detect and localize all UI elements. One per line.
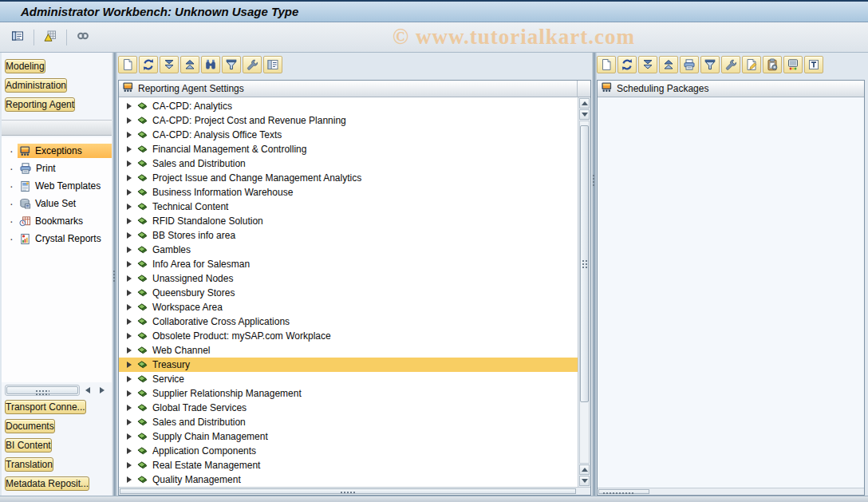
wrench-button[interactable] <box>243 56 262 73</box>
refresh-button[interactable] <box>617 56 637 73</box>
tree-item-technical-content[interactable]: Technical Content <box>119 200 578 214</box>
tree-item-global-trade-services[interactable]: Global Trade Services <box>119 401 578 415</box>
expand-arrow-icon[interactable] <box>127 462 132 468</box>
tree-item-application-components[interactable]: Application Components <box>119 444 578 458</box>
create-button[interactable] <box>118 56 137 73</box>
expand-arrow-icon[interactable] <box>127 261 132 267</box>
double-chevron-up-button[interactable] <box>180 56 199 73</box>
double-chevron-down-button[interactable] <box>160 56 179 73</box>
monitor-status-button[interactable] <box>783 56 803 73</box>
panel-splitter[interactable] <box>591 53 597 496</box>
sidebar-item-exceptions[interactable]: ·Exceptions <box>2 142 112 160</box>
scrollbar-track[interactable] <box>579 121 590 464</box>
tree-item-bb-stores-info-area[interactable]: BB Stores info area <box>119 228 578 243</box>
expand-arrow-icon[interactable] <box>127 476 132 483</box>
create-button[interactable] <box>597 56 616 73</box>
scrollbar-track[interactable] <box>5 385 80 396</box>
double-chevron-down-button[interactable] <box>638 56 657 73</box>
tree-item-unassigned-nodes[interactable]: Unassigned Nodes <box>119 271 578 286</box>
scrollbar-thumb[interactable] <box>598 489 649 494</box>
expand-arrow-icon[interactable] <box>127 189 132 196</box>
tree-item-supplier-relationship-management[interactable]: Supplier Relationship Management <box>119 386 578 401</box>
expand-arrow-icon[interactable] <box>127 362 132 368</box>
sidebar-horizontal-scrollbar[interactable] <box>5 384 108 397</box>
expand-arrow-icon[interactable] <box>127 204 132 210</box>
tree-vertical-scrollbar[interactable] <box>578 97 590 487</box>
nav-button-translation[interactable]: Translation <box>5 457 53 472</box>
expand-arrow-icon[interactable] <box>127 333 132 339</box>
tree-item-queensbury-stores[interactable]: Queensbury Stores <box>119 286 578 300</box>
binoculars-button[interactable] <box>201 56 220 73</box>
tree-item-ca-cpd-analytics[interactable]: CA-CPD: Analytics <box>119 99 578 113</box>
expand-arrow-icon[interactable] <box>127 232 132 239</box>
sidebar-item-web-templates[interactable]: ·Web Templates <box>2 177 112 195</box>
expand-arrow-icon[interactable] <box>127 390 132 397</box>
variant-button[interactable] <box>804 56 823 73</box>
expand-arrow-icon[interactable] <box>127 419 132 425</box>
tree-item-collaborative-cross-applications[interactable]: Collaborative Cross Applications <box>119 314 578 329</box>
scrollbar-thumb[interactable] <box>6 386 78 394</box>
tree-item-ca-cpd-analysis-office-texts[interactable]: CA-CPD: Analysis Office Texts <box>119 128 578 142</box>
scroll-right-button[interactable] <box>96 385 108 396</box>
sidebar-item-crystal-reports[interactable]: ·Crystal Reports <box>2 230 112 247</box>
tree-item-sales-and-distribution[interactable]: Sales and Distribution <box>119 415 578 429</box>
refresh-button[interactable] <box>139 56 158 73</box>
tree-item-gambles[interactable]: Gambles <box>119 243 578 257</box>
expand-arrow-icon[interactable] <box>127 376 132 382</box>
expand-arrow-icon[interactable] <box>127 132 132 138</box>
scroll-up-button[interactable] <box>579 98 590 109</box>
tree-item-obsolete-product-mysap-com-workplace[interactable]: Obsolete Product: mySAP.com Workplace <box>119 329 578 343</box>
expand-arrow-icon[interactable] <box>127 433 132 440</box>
expand-arrow-icon[interactable] <box>127 247 132 253</box>
sidebar-item-value-set[interactable]: ·Value Set <box>2 195 112 212</box>
edit-document-button[interactable] <box>742 56 761 73</box>
filter-button[interactable] <box>222 56 241 73</box>
expand-arrow-icon[interactable] <box>127 160 132 167</box>
scroll-down-button-bottom[interactable] <box>579 476 590 486</box>
expand-arrow-icon[interactable] <box>127 290 132 296</box>
scrollbar-thumb[interactable] <box>580 125 589 402</box>
expand-arrow-icon[interactable] <box>127 146 132 152</box>
filter-button[interactable] <box>700 56 720 73</box>
tree-item-financial-management-controlling[interactable]: Financial Management & Controlling <box>119 142 578 156</box>
expand-arrow-icon[interactable] <box>127 103 132 109</box>
warning-grid-button[interactable] <box>41 29 60 46</box>
expand-arrow-icon[interactable] <box>127 318 132 325</box>
nav-button-documents[interactable]: Documents <box>5 419 55 433</box>
scroll-down-button[interactable] <box>579 109 590 120</box>
scroll-up-button-bottom[interactable] <box>579 464 590 475</box>
legend-button[interactable] <box>263 56 282 73</box>
tree-item-info-area-for-salesman[interactable]: Info Area for Salesman <box>119 257 578 271</box>
tree-item-real-estate-management[interactable]: Real Estate Management <box>119 458 578 472</box>
tree-item-web-channel[interactable]: Web Channel <box>119 343 578 358</box>
tree-item-treasury[interactable]: Treasury <box>119 358 578 372</box>
expand-arrow-icon[interactable] <box>127 218 132 224</box>
nav-button-reporting-agent[interactable]: Reporting Agent <box>5 97 75 112</box>
expand-arrow-icon[interactable] <box>127 347 132 354</box>
tree-item-project-issue-and-change-management-analytics[interactable]: Project Issue and Change Management Anal… <box>119 171 578 185</box>
right-horizontal-scrollbar[interactable] <box>598 488 864 495</box>
nav-button-metadata-reposit[interactable]: Metadata Reposit... <box>5 476 89 491</box>
expand-arrow-icon[interactable] <box>127 117 132 124</box>
wrench-button[interactable] <box>721 56 740 73</box>
scrollbar-thumb[interactable] <box>120 488 576 494</box>
sidebar-splitter[interactable] <box>112 53 117 496</box>
tree-item-sales-and-distribution[interactable]: Sales and Distribution <box>119 156 578 171</box>
double-chevron-up-button[interactable] <box>659 56 678 73</box>
expand-arrow-icon[interactable] <box>127 448 132 454</box>
table-button[interactable] <box>8 29 27 46</box>
chain-link-button[interactable] <box>73 29 93 46</box>
scroll-left-button[interactable] <box>81 385 94 396</box>
expand-arrow-icon[interactable] <box>127 304 132 310</box>
clipboard-gear-button[interactable] <box>763 56 782 73</box>
expand-arrow-icon[interactable] <box>127 175 132 181</box>
tree-item-ca-cpd-project-cost-and-revenue-planning[interactable]: CA-CPD: Project Cost and Revenue Plannin… <box>119 113 578 128</box>
nav-button-administration[interactable]: Administration <box>5 78 67 93</box>
tree-horizontal-scrollbar[interactable] <box>119 487 590 495</box>
expand-arrow-icon[interactable] <box>127 405 132 411</box>
tree-item-workspace-area[interactable]: Workspace Area <box>119 300 578 314</box>
tree-item-quality-management[interactable]: Quality Management <box>119 472 578 487</box>
sidebar-item-bookmarks[interactable]: ·Bookmarks <box>2 212 112 230</box>
expand-arrow-icon[interactable] <box>127 275 132 282</box>
nav-button-transport-conne[interactable]: Transport Conne... <box>5 400 86 414</box>
